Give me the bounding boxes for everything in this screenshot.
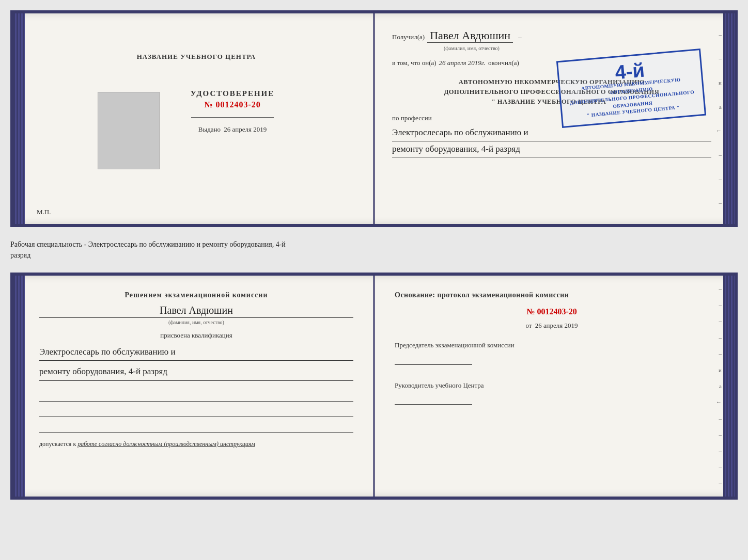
ot-line: от 26 апреля 2019 (395, 322, 709, 330)
bot-edge-mark-1: – (719, 285, 722, 292)
bot-edge-mark-7: а (719, 383, 722, 389)
dopuskaetsya-block: допускается к работе согласно должностны… (39, 440, 353, 448)
protocol-prefix: № (526, 307, 535, 316)
predsedatel-label: Председатель экзаменационной комиссии (395, 340, 709, 350)
bottom-doc-left-panel: Решением экзаменационной комиссии Павел … (13, 276, 374, 497)
predsedatel-block: Председатель экзаменационной комиссии (395, 340, 709, 365)
top-document: НАЗВАНИЕ УЧЕБНОГО ЦЕНТРА УДОСТОВЕРЕНИЕ №… (10, 10, 738, 227)
bot-edge-mark-10: – (719, 431, 722, 438)
ot-date: 26 апреля 2019 (535, 322, 578, 329)
stamp-text-block: АВТОНОМНУЮ НЕКОММЕРЧЕСКУЮ ОРГАНИЗАЦИЮ ДО… (566, 75, 698, 121)
profession-block: по профессии Электрослесарь по обслужива… (392, 114, 711, 157)
okonchil-label: окончил(а) (488, 59, 519, 67)
udostoverenie-block: УДОСТОВЕРЕНИЕ № 0012403-20 Выдано 26 апр… (191, 89, 275, 134)
prisvoena-label: присвоена квалификация (39, 331, 353, 340)
edge-mark-1: – (719, 31, 722, 38)
profession-line2: ремонту оборудования, 4-й разряд (392, 141, 711, 158)
edge-mark-7: – (719, 176, 722, 182)
between-text: Рабочая специальность - Электрослесарь п… (10, 236, 738, 263)
udostoverenie-title: УДОСТОВЕРЕНИЕ (191, 89, 275, 98)
sig-line-3 (39, 420, 353, 433)
top-edge-marks: – – и а ← – – – (716, 13, 722, 224)
vydano-line: Выдано 26 апреля 2019 (191, 125, 275, 134)
doc-number: № 0012403-20 (191, 100, 275, 109)
protocol-value: 0012403-20 (537, 307, 576, 316)
edge-mark-4: а (719, 104, 722, 110)
vtom-date: 26 апреля 2019г. (439, 59, 486, 67)
bot-edge-mark-11: – (719, 448, 722, 454)
bottom-document: Решением экзаменационной комиссии Павел … (10, 273, 738, 500)
profession-line1: Электрослесарь по обслуживанию и (392, 125, 711, 141)
between-line1: Рабочая специальность - Электрослесарь п… (10, 239, 738, 250)
mp-label: М.П. (37, 208, 51, 216)
fio-label-top: (фамилия, имя, отчество) (444, 45, 711, 51)
sig-line-2 (39, 404, 353, 417)
bot-edge-mark-12: – (719, 464, 722, 470)
person-name-bottom: Павел Авдюшин (39, 305, 353, 318)
bot-edge-mark-8: ← (716, 399, 722, 405)
signature-lines (39, 389, 353, 433)
stamp-overlay: 4-й АВТОНОМНУЮ НЕКОММЕРЧЕСКУЮ ОРГАНИЗАЦИ… (556, 49, 706, 128)
bot-edge-mark-13: – (719, 480, 722, 486)
vydano-date: 26 апреля 2019 (224, 125, 267, 133)
bot-edge-mark-9: – (719, 415, 722, 422)
bottom-doc-right-panel: Основание: протокол экзаменационной коми… (374, 276, 735, 497)
qual-line1: Электрослесарь по обслуживанию и (39, 344, 353, 361)
top-center-title: НАЗВАНИЕ УЧЕБНОГО ЦЕНТРА (137, 53, 256, 61)
bot-edge-mark-6: и (719, 367, 722, 373)
rukovoditel-block: Руководитель учебного Центра (395, 380, 709, 405)
bottom-edge-marks: – – – – – и а ← – – – – – (716, 276, 722, 497)
received-name: Павел Авдюшин (427, 29, 513, 43)
received-prefix: Получил(а) (392, 33, 425, 41)
number-prefix: № (204, 100, 213, 109)
bot-edge-mark-3: – (719, 318, 722, 324)
bot-edge-mark-4: – (719, 334, 722, 341)
dopuskaetsya-prefix: допускается к (39, 440, 76, 447)
stamp-big-number: 4-й (614, 60, 645, 82)
dopuskaetsya-value: работе согласно должностным (производств… (77, 440, 255, 447)
qual-line2: ремонту оборудования, 4-й разряд (39, 363, 353, 380)
fio-label-bottom: (фамилия, имя, отчество) (39, 319, 353, 325)
bot-edge-mark-5: – (719, 350, 722, 357)
edge-mark-3: и (719, 79, 722, 86)
edge-mark-2: – (719, 55, 722, 61)
resheniem-title: Решением экзаменационной комиссии (39, 291, 353, 299)
top-doc-right-panel: 4-й АВТОНОМНУЮ НЕКОММЕРЧЕСКУЮ ОРГАНИЗАЦИ… (374, 13, 735, 224)
rukovoditel-label: Руководитель учебного Центра (395, 380, 709, 391)
between-line2: разряд (10, 250, 738, 261)
photo-placeholder (98, 92, 160, 169)
bot-edge-mark-2: – (719, 302, 722, 308)
top-doc-left-panel: НАЗВАНИЕ УЧЕБНОГО ЦЕНТРА УДОСТОВЕРЕНИЕ №… (13, 13, 374, 224)
vydano-label: Выдано (198, 125, 221, 133)
number-value: 0012403-20 (215, 100, 260, 109)
edge-mark-8: – (719, 200, 722, 206)
sig-line-1 (39, 389, 353, 402)
ot-prefix: от (525, 322, 532, 329)
edge-mark-5: ← (716, 127, 722, 134)
predsedatel-sig-line (395, 355, 472, 365)
osnovanie-title: Основание: протокол экзаменационной коми… (395, 291, 709, 299)
edge-mark-6: – (719, 152, 722, 158)
rukovoditel-sig-line (395, 394, 472, 405)
vtom-prefix: в том, что он(а) (392, 59, 437, 67)
received-line: Получил(а) Павел Авдюшин – (392, 29, 711, 43)
protocol-number: № 0012403-20 (395, 307, 709, 316)
